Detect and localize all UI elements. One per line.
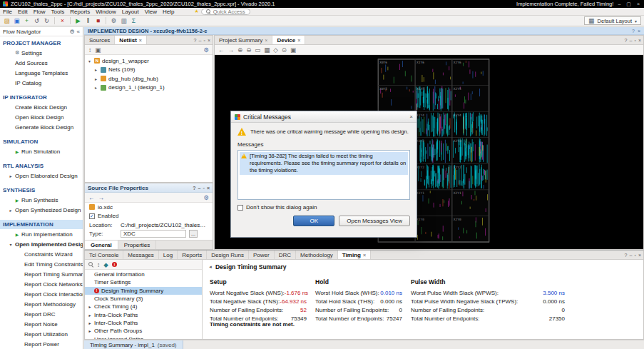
tab-timing[interactable]: Timing× <box>338 251 371 259</box>
list-view-icon[interactable]: ▣ <box>95 46 101 54</box>
tree-item-nets-109[interactable]: ▸Nets (109) <box>85 66 213 75</box>
chevron-right-icon[interactable]: ▸ <box>93 76 98 81</box>
menu-item-window[interactable]: Window <box>93 8 118 16</box>
messages-list[interactable]: ! [Timing 38-282] The design failed to m… <box>237 150 410 200</box>
timing-stat-value[interactable]: 52 <box>300 307 315 313</box>
timing-tree-item-other-path-groups[interactable]: ▸Other Path Groups <box>85 327 202 335</box>
search-icon[interactable] <box>88 262 93 267</box>
back-icon[interactable]: ← <box>88 194 95 201</box>
properties-tab-general[interactable]: General <box>85 241 118 249</box>
flow-item-language-templates[interactable]: Language Templates <box>0 68 83 78</box>
tab-sources[interactable]: Sources <box>85 36 115 44</box>
menu-item-file[interactable]: File <box>0 8 15 16</box>
tab-messages[interactable]: Messages <box>123 251 158 259</box>
flow-section-header-simulation[interactable]: SIMULATION <box>0 137 83 146</box>
float-panel-icon[interactable]: ▫ <box>634 253 635 258</box>
tab-project-summary[interactable]: Project Summary× <box>215 36 272 44</box>
routing-icon[interactable]: ▣ <box>290 46 296 54</box>
stop-icon[interactable]: ■ <box>94 17 102 25</box>
help-icon[interactable]: ? <box>632 29 635 34</box>
tab-log[interactable]: Log <box>159 251 178 259</box>
zoom-in-icon[interactable]: ⊕ <box>237 46 242 54</box>
chevron-right-icon[interactable]: ▸ <box>88 328 92 333</box>
float-panel-icon[interactable]: ▫ <box>634 38 635 43</box>
flow-item-ip-catalog[interactable]: IP Catalog <box>0 78 83 88</box>
close-panel-icon[interactable]: × <box>638 253 641 258</box>
flow-item-report-clock-interaction[interactable]: Report Clock Interaction <box>0 289 83 299</box>
flow-section-header-project-manager[interactable]: PROJECT MANAGER <box>0 39 83 48</box>
menu-item-help[interactable]: Help <box>160 8 177 16</box>
gear-icon[interactable]: ⚙ <box>203 194 209 201</box>
flow-item-run-synthesis[interactable]: ▶Run Synthesis <box>0 195 83 205</box>
enabled-checkbox[interactable]: ✓ <box>89 213 95 219</box>
save-icon[interactable]: ▣ <box>13 17 21 25</box>
tab-drc[interactable]: DRC <box>275 251 296 259</box>
flow-section-header-ip-integrator[interactable]: IP INTEGRATOR <box>0 93 83 102</box>
help-icon[interactable]: ? <box>625 38 628 43</box>
close-dialog-icon[interactable]: × <box>409 113 413 120</box>
tab-design-runs[interactable]: Design Runs <box>207 251 249 259</box>
close-tab-icon[interactable]: × <box>139 38 142 43</box>
menu-item-flow[interactable]: Flow <box>31 8 48 16</box>
collapse-pane-icon[interactable]: ◄ <box>208 265 213 269</box>
tab-methodology[interactable]: Methodology <box>296 251 338 259</box>
timing-stat-value[interactable]: -1.676 ns <box>285 290 317 296</box>
ok-button[interactable]: OK <box>293 216 334 226</box>
properties-tab-properties[interactable]: Properties <box>118 241 156 249</box>
flow-item-report-clock-networks[interactable]: Report Clock Networks <box>0 279 83 289</box>
tab-device[interactable]: Device× <box>272 36 305 44</box>
tab-power[interactable]: Power <box>249 251 275 259</box>
flow-item-edit-timing-constraints[interactable]: Edit Timing Constraints <box>0 259 83 269</box>
tab-tcl-console[interactable]: Tcl Console <box>85 251 123 259</box>
flow-item-open-elaborated-design[interactable]: ▸Open Elaborated Design <box>0 171 83 181</box>
close-red-icon[interactable]: × <box>58 17 66 25</box>
close-tab-icon[interactable]: × <box>265 38 267 43</box>
gear-icon[interactable]: ⚙ <box>69 29 74 35</box>
minimize-panel-icon[interactable]: – <box>198 186 201 191</box>
expand-collapse-icon[interactable]: ↕ <box>97 261 100 268</box>
help-icon[interactable]: ? <box>194 38 197 43</box>
timing-tree-item-timer-settings[interactable]: Timer Settings <box>85 278 202 286</box>
dialog-titlebar[interactable]: Critical Messages × <box>231 111 416 123</box>
minimize-panel-icon[interactable]: – <box>630 38 633 43</box>
float-panel-icon[interactable]: ▫ <box>203 38 205 43</box>
forward-icon[interactable]: → <box>228 46 235 54</box>
timing-tree-item-user-ignored-paths[interactable]: User Ignored Paths <box>85 335 202 339</box>
pause-icon[interactable]: ‖ <box>84 17 92 25</box>
flow-item-open-implemented-design[interactable]: ▾Open Implemented Design <box>0 239 83 249</box>
timing-stat-value[interactable]: -64.932 ns <box>280 298 315 305</box>
close-tab-icon[interactable]: × <box>297 38 300 43</box>
forward-icon[interactable]: → <box>98 194 105 201</box>
chevron-right-icon[interactable]: ▸ <box>88 320 92 325</box>
zoom-out-icon[interactable]: ⊖ <box>246 46 251 54</box>
menu-item-view[interactable]: View <box>142 8 160 16</box>
minimize-panel-icon[interactable]: – <box>199 38 202 43</box>
chevron-right-icon[interactable]: ▸ <box>93 67 98 72</box>
grid-icon[interactable]: ▦ <box>264 46 270 54</box>
flow-item-run-simulation[interactable]: ▶Run Simulation <box>0 146 83 156</box>
timing-stat-value[interactable]: 3.500 ns <box>543 290 573 296</box>
gear-icon[interactable]: ⚙ <box>203 46 209 54</box>
timing-tree-item-check-timing-4[interactable]: ▸Check Timing (4) <box>85 303 202 310</box>
sigma-icon[interactable]: Σ <box>130 17 138 25</box>
run-icon[interactable]: ▶ <box>74 17 82 25</box>
flow-item-open-block-design[interactable]: Open Block Design <box>0 112 83 122</box>
open-messages-view-button[interactable]: Open Messages View <box>339 216 410 226</box>
flow-section-header-synthesis[interactable]: SYNTHESIS <box>0 186 83 195</box>
flow-item-generate-block-design[interactable]: Generate Block Design <box>0 122 83 132</box>
timing-tree-item-design-timing-summary[interactable]: !Design Timing Summary <box>85 287 202 295</box>
flow-item-open-synthesized-design[interactable]: ▸Open Synthesized Design <box>0 205 83 215</box>
message-item-selected[interactable]: ! [Timing 38-282] The design failed to m… <box>240 152 408 175</box>
timing-tree-item-clock-summary-3[interactable]: Clock Summary (3) <box>85 295 202 303</box>
undo-icon[interactable]: ↺ <box>33 17 41 25</box>
type-browse-button[interactable]: ... <box>189 230 198 238</box>
close-design-icon[interactable]: × <box>638 29 640 34</box>
menu-item-layout[interactable]: Layout <box>119 8 142 16</box>
timing-tree-item-inter-clock-paths[interactable]: ▸Inter-Clock Paths <box>85 319 202 327</box>
close-panel-icon[interactable]: × <box>208 38 210 43</box>
redo-icon[interactable]: ↻ <box>43 17 51 25</box>
float-panel-icon[interactable]: ▫ <box>203 186 204 191</box>
minimize-window-button[interactable]: – <box>616 1 622 6</box>
tab-netlist[interactable]: Netlist× <box>115 36 147 44</box>
minimize-panel-icon[interactable]: – <box>630 253 633 258</box>
